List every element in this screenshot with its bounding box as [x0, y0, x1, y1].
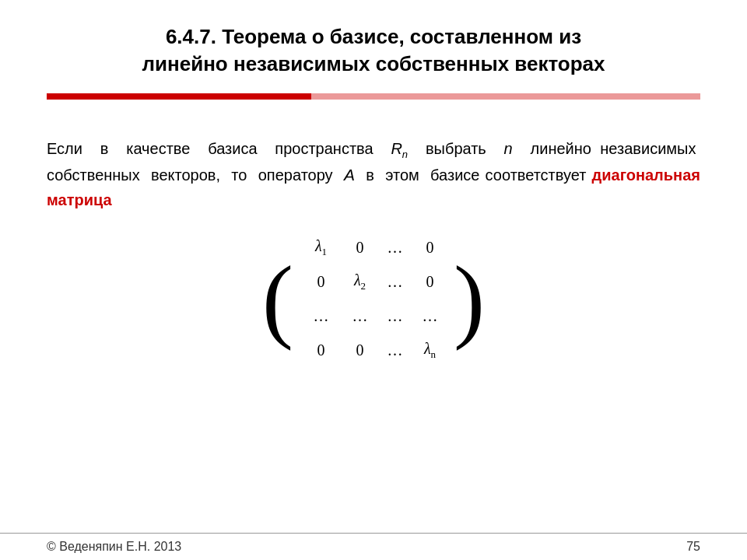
Rn-text: Rn	[391, 140, 408, 157]
matrix-cell-0-0: λ1	[315, 237, 327, 258]
matrix-cell-0-2: …	[388, 239, 403, 257]
n-text: n	[504, 140, 513, 157]
A-text: A	[344, 166, 355, 184]
matrix-cell-3-3: λn	[424, 340, 436, 361]
matrix-container: ( λ1 0 … 0 0 λ2 … 0 … … … … 0 0 …	[47, 232, 700, 367]
matrix-cell-3-1: 0	[356, 341, 364, 359]
matrix-cell-1-1: λ2	[354, 271, 366, 292]
matrix-cell-2-0: …	[314, 307, 329, 325]
footer-area: © Веденяпин Е.Н. 2013 75	[0, 533, 747, 560]
slide-container: 6.4.7. Теорема о базисе, составленном из…	[0, 0, 747, 560]
title-area: 6.4.7. Теорема о базисе, составленном из…	[0, 0, 747, 86]
bracket-left: (	[262, 253, 293, 346]
progress-bar-empty	[311, 93, 700, 100]
matrix-cell-2-1: …	[352, 307, 368, 325]
slide-title: 6.4.7. Теорема о базисе, составленном из…	[47, 23, 700, 78]
footer-copyright: © Веденяпин Е.Н. 2013	[47, 540, 181, 554]
title-line1: 6.4.7. Теорема о базисе, составленном из	[166, 25, 581, 48]
bracket-right: )	[454, 253, 485, 346]
content-area: Если в качестве базиса пространства Rn в…	[0, 114, 747, 533]
matrix-cell-0-1: 0	[356, 239, 364, 257]
matrix-cell-2-2: …	[388, 307, 403, 325]
matrix-cell-1-2: …	[388, 273, 403, 291]
title-line2: линейно независимых собственных векторах	[142, 52, 605, 75]
matrix-cell-1-3: 0	[426, 273, 434, 291]
matrix-cell-0-3: 0	[426, 239, 434, 257]
progress-bar-filled	[47, 93, 311, 100]
matrix-cell-2-3: …	[423, 307, 438, 325]
body-paragraph: Если в качестве базиса пространства Rn в…	[47, 137, 700, 212]
highlight-diagonal: диагональная матрица	[47, 166, 700, 208]
footer-page: 75	[686, 540, 700, 554]
matrix-cell-1-0: 0	[317, 273, 325, 291]
matrix-cell-3-2: …	[388, 341, 403, 359]
matrix-grid: λ1 0 … 0 0 λ2 … 0 … … … … 0 0 … λn	[300, 232, 447, 367]
progress-bar-area	[0, 86, 747, 100]
matrix-cell-3-0: 0	[317, 341, 325, 359]
